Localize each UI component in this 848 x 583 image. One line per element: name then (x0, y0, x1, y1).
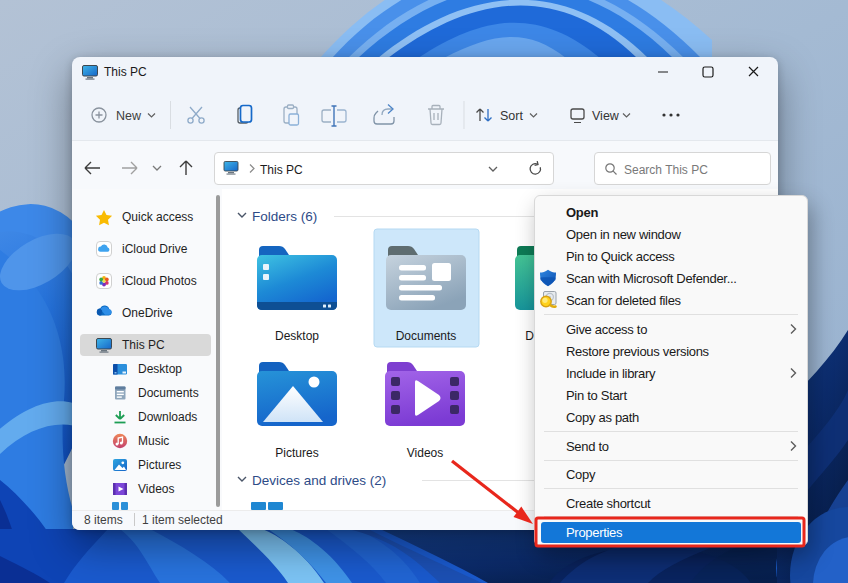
svg-text:Folders (6): Folders (6) (252, 209, 317, 224)
svg-text:Sort: Sort (500, 109, 523, 123)
svg-text:View: View (592, 109, 620, 123)
svg-text:Desktop: Desktop (275, 329, 319, 343)
svg-text:Documents: Documents (396, 329, 457, 343)
svg-text:Videos: Videos (407, 446, 443, 460)
svg-text:New: New (116, 109, 142, 123)
svg-text:Devices and drives (2): Devices and drives (2) (252, 473, 386, 488)
svg-text:Pictures: Pictures (275, 446, 318, 460)
